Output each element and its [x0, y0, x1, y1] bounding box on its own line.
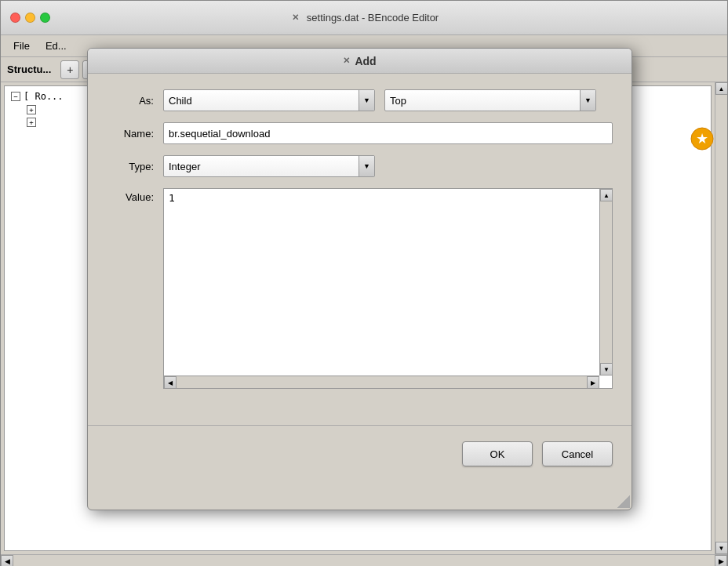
dialog-titlebar: ✕ Add: [88, 49, 632, 74]
value-container: 1 ▲ ▼ ◀ ▶: [163, 188, 613, 389]
as-row: As: Child ▼ Top ▼: [107, 89, 613, 111]
name-input[interactable]: [163, 122, 613, 144]
value-hscroll-right[interactable]: ▶: [587, 376, 599, 389]
title-icon: ✕: [289, 12, 302, 24]
expand-child1[interactable]: +: [27, 105, 36, 114]
bookmark-icon[interactable]: ★: [690, 126, 715, 151]
name-row: Name:: [107, 122, 613, 144]
value-input[interactable]: 1: [164, 189, 598, 374]
value-hscroll-left[interactable]: ◀: [164, 376, 177, 389]
value-hscroll-track: [177, 376, 587, 388]
type-select[interactable]: Integer ▼: [163, 155, 375, 177]
position-select[interactable]: Top ▼: [384, 89, 596, 111]
vscroll-down-button[interactable]: ▼: [715, 542, 728, 554]
value-vscrollbar[interactable]: ▲ ▼: [599, 189, 612, 376]
value-vscroll-track: [600, 201, 612, 363]
name-label: Name:: [107, 128, 154, 140]
dialog-buttons: OK Cancel: [88, 435, 632, 479]
type-select-value: Integer: [169, 161, 359, 172]
as-select[interactable]: Child ▼: [163, 89, 375, 111]
main-titlebar: ✕ settings.dat - BEncode Editor: [1, 1, 727, 35]
dialog-separator: [88, 425, 632, 426]
hscroll-track: [13, 555, 715, 566]
dialog-close-icon: ✕: [343, 56, 350, 66]
cancel-button[interactable]: Cancel: [542, 441, 613, 466]
value-area: Value: 1 ▲ ▼ ◀ ▶: [107, 188, 613, 389]
as-select-arrow[interactable]: ▼: [359, 90, 374, 111]
main-hscrollbar[interactable]: ◀ ▶: [1, 554, 727, 566]
value-label: Value:: [107, 191, 154, 203]
close-button[interactable]: [10, 13, 20, 23]
position-select-arrow[interactable]: ▼: [580, 90, 595, 111]
main-window: ✕ settings.dat - BEncode Editor File Ed.…: [0, 0, 728, 566]
tree-root-label: [ Ro...: [24, 91, 64, 102]
svg-text:★: ★: [696, 131, 708, 147]
main-vscrollbar[interactable]: ▲ ▼: [715, 82, 727, 554]
traffic-lights: [10, 13, 50, 23]
expand-root[interactable]: −: [11, 92, 20, 101]
vscroll-up-button[interactable]: ▲: [715, 82, 728, 95]
hscroll-right-button[interactable]: ▶: [715, 555, 727, 567]
expand-child2[interactable]: +: [27, 118, 36, 127]
window-title: ✕ settings.dat - BEncode Editor: [289, 12, 439, 24]
resize-handle[interactable]: [617, 495, 630, 508]
value-vscroll-down[interactable]: ▼: [600, 363, 613, 376]
value-hscrollbar[interactable]: ◀ ▶: [164, 376, 599, 388]
type-label: Type:: [107, 161, 154, 172]
as-label: As:: [107, 95, 154, 107]
value-vscroll-up[interactable]: ▲: [600, 189, 613, 201]
menu-file[interactable]: File: [7, 38, 36, 53]
position-select-value: Top: [390, 95, 580, 107]
as-select-value: Child: [169, 95, 359, 107]
dialog-title: ✕ Add: [343, 55, 376, 67]
hscroll-left-button[interactable]: ◀: [1, 555, 13, 567]
type-select-arrow[interactable]: ▼: [359, 156, 374, 176]
ok-button[interactable]: OK: [462, 441, 533, 466]
add-button[interactable]: +: [60, 60, 79, 79]
menu-edit[interactable]: Ed...: [39, 38, 73, 53]
maximize-button[interactable]: [40, 13, 50, 23]
add-dialog: ✕ Add As: Child ▼ Top ▼ Name:: [87, 48, 632, 510]
dialog-title-text: Add: [355, 55, 376, 67]
minimize-button[interactable]: [25, 13, 35, 23]
structure-label: Structu...: [7, 63, 51, 75]
type-row: Type: Integer ▼: [107, 155, 613, 177]
dialog-form: As: Child ▼ Top ▼ Name: Type: Intege: [88, 74, 632, 415]
window-title-text: settings.dat - BEncode Editor: [307, 12, 439, 24]
